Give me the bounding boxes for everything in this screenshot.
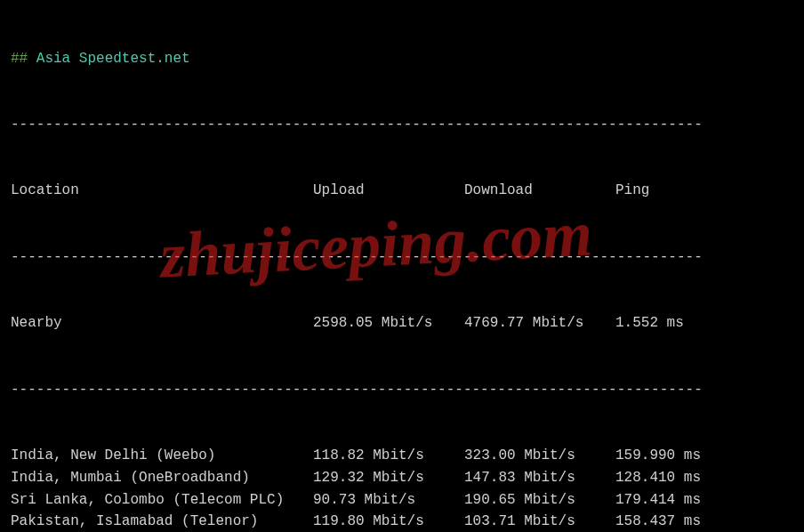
nearby-label: Nearby xyxy=(11,312,313,335)
table-row: India, New Delhi (Weebo)118.82 Mbit/s323… xyxy=(11,445,793,467)
cell-location: Sri Lanka, Colombo (Telecom PLC) xyxy=(11,489,313,512)
cell-download: 103.71 Mbit/s xyxy=(464,511,615,532)
header-ping: Ping xyxy=(615,180,767,202)
header-row: LocationUploadDownloadPing xyxy=(11,180,793,202)
nearby-download: 4769.77 Mbit/s xyxy=(464,312,615,335)
cell-location: Pakistan, Islamabad (Telenor) xyxy=(11,511,313,532)
cell-ping: 179.414 ms xyxy=(615,489,767,512)
table-row: Pakistan, Islamabad (Telenor)119.80 Mbit… xyxy=(11,511,793,532)
cell-upload: 118.82 Mbit/s xyxy=(313,445,464,467)
header-upload: Upload xyxy=(313,180,464,202)
cell-location: India, New Delhi (Weebo) xyxy=(11,445,313,467)
cell-location: India, Mumbai (OneBroadband) xyxy=(11,467,313,489)
divider-header: ----------------------------------------… xyxy=(11,246,793,269)
header-location: Location xyxy=(11,180,313,202)
cell-ping: 158.437 ms xyxy=(615,511,767,532)
cell-ping: 159.990 ms xyxy=(615,445,767,467)
title-line: ## Asia Speedtest.net xyxy=(11,48,793,70)
nearby-ping: 1.552 ms xyxy=(615,312,767,335)
cell-ping: 128.410 ms xyxy=(615,467,767,489)
nearby-upload: 2598.05 Mbit/s xyxy=(313,312,464,335)
cell-download: 323.00 Mbit/s xyxy=(464,445,615,467)
table-row: Sri Lanka, Colombo (Telecom PLC)90.73 Mb… xyxy=(11,489,793,512)
table-row: India, Mumbai (OneBroadband)129.32 Mbit/… xyxy=(11,467,793,489)
divider-nearby: ----------------------------------------… xyxy=(11,379,793,401)
cell-upload: 90.73 Mbit/s xyxy=(313,489,464,512)
cell-download: 190.65 Mbit/s xyxy=(464,489,615,512)
title-hash: ## xyxy=(11,51,28,67)
divider-top: ----------------------------------------… xyxy=(11,114,793,136)
cell-upload: 119.80 Mbit/s xyxy=(313,511,464,532)
cell-download: 147.83 Mbit/s xyxy=(464,467,615,489)
rows-container: India, New Delhi (Weebo)118.82 Mbit/s323… xyxy=(11,445,793,532)
title-text: Asia Speedtest.net xyxy=(36,51,190,67)
nearby-row: Nearby2598.05 Mbit/s4769.77 Mbit/s1.552 … xyxy=(11,312,793,335)
terminal-output: ## Asia Speedtest.net ------------------… xyxy=(0,0,804,532)
cell-upload: 129.32 Mbit/s xyxy=(313,467,464,489)
header-download: Download xyxy=(464,180,615,202)
